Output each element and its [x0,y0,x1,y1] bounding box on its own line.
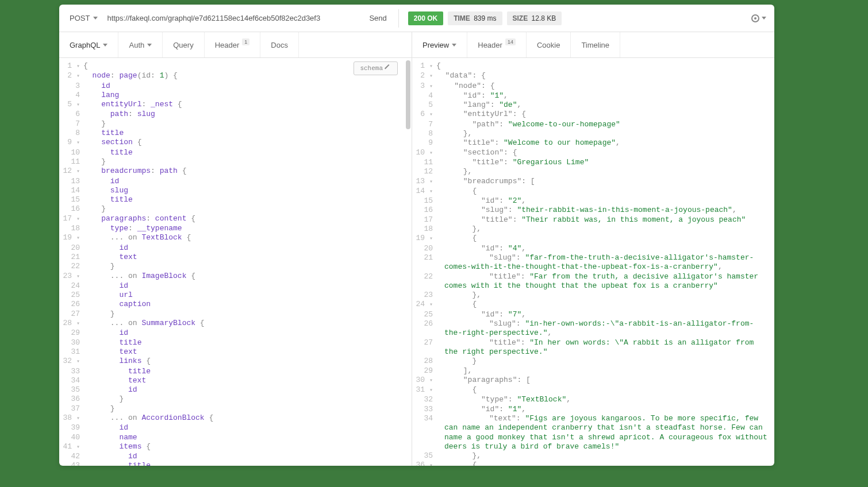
code-line[interactable]: 2 ▾ "data": { [412,71,774,81]
code-line[interactable]: 26 caption [59,300,412,309]
code-line[interactable]: 28 ▾ ... on SummaryBlock { [59,319,412,328]
code-line[interactable]: 39 id [59,423,412,432]
code-line[interactable]: 3 id [59,82,412,91]
code-line[interactable]: 29 ], [412,366,774,376]
code-line[interactable]: 31 text [59,347,412,357]
scrollbar[interactable] [406,60,410,129]
graphql-editor[interactable]: 1 ▾{2 ▾ node: page(id: 1) {3 id4 lang5 ▾… [59,58,412,466]
code-line[interactable]: 24 id [59,281,412,291]
code-line[interactable]: 19 ▾ { [412,234,774,244]
code-line[interactable]: 29 id [59,328,412,338]
code-line[interactable]: 4 "id": "1", [412,91,774,101]
code-line[interactable]: 25 url [59,291,412,300]
tab-response-header[interactable]: Header 14 [467,32,527,57]
code-line[interactable]: 6 ▾ "entityUrl": { [412,110,774,119]
code-line[interactable]: 18 type: __typename [59,224,412,233]
code-text: "title": "Their rabbit was, in this mome… [436,215,774,225]
code-line[interactable]: 5 ▾ entityUrl: _nest { [59,100,412,110]
code-line[interactable]: 25 "id": "7", [412,310,774,319]
code-line[interactable]: 36 ▾ { [412,461,774,466]
code-line[interactable]: 11 } [59,157,412,167]
code-line[interactable]: 38 ▾ ... on AccordionBlock { [59,413,412,423]
code-line[interactable]: 16 "slug": "their-rabbit-was-in-this-mom… [412,206,774,215]
code-line[interactable]: 5 "lang": "de", [412,101,774,110]
code-line[interactable]: 27 "title": "In her own words: \"A rabbi… [412,338,774,357]
code-line[interactable]: 33 title [59,367,412,376]
code-line[interactable]: 23 }, [412,291,774,300]
code-line[interactable]: 10 title [59,148,412,157]
code-line[interactable]: 14 ▾ { [412,187,774,196]
code-line[interactable]: 32 "type": "TextBlock", [412,395,774,404]
code-line[interactable]: 43 title [59,461,412,466]
tab-timeline[interactable]: Timeline [571,32,620,57]
code-line[interactable]: 17 "title": "Their rabbit was, in this m… [412,215,774,225]
line-number: 6 [59,110,83,119]
code-line[interactable]: 23 ▾ ... on ImageBlock { [59,272,412,281]
code-line[interactable]: 16 } [59,204,412,214]
code-line[interactable]: 7 } [59,119,412,129]
code-line[interactable]: 30 title [59,338,412,347]
method-select[interactable]: POST [65,11,102,25]
tab-cookie[interactable]: Cookie [527,32,571,57]
code-line[interactable]: 3 ▾ "node": { [412,82,774,91]
tab-docs[interactable]: Docs [260,32,299,57]
send-button[interactable]: Send [361,10,394,26]
code-line[interactable]: 35 id [59,385,412,395]
schema-button[interactable]: schema [354,61,398,75]
code-line[interactable]: 34 text [59,376,412,385]
code-line[interactable]: 17 ▾ paragraphs: content { [59,214,412,224]
code-line[interactable]: 22 } [59,262,412,271]
code-line[interactable]: 14 slug [59,186,412,195]
code-line[interactable]: 35 }, [412,451,774,461]
code-line[interactable]: 9 ▾ section { [59,138,412,148]
url-input[interactable]: https://fakeql.com/graphql/e7d621158ec14… [102,14,361,22]
code-line[interactable]: 26 "slug": "in-her-own-words:-\"a-rabbit… [412,319,774,338]
code-line[interactable]: 30 ▾ "paragraphs": [ [412,376,774,385]
code-line[interactable]: 36 } [59,395,412,404]
code-line[interactable]: 11 "title": "Gregarious Lime" [412,158,774,167]
settings-menu[interactable] [751,14,769,22]
code-line[interactable]: 8 title [59,129,412,138]
code-line[interactable]: 31 ▾ { [412,385,774,395]
tab-graphql[interactable]: GraphQL [59,32,118,57]
code-line[interactable]: 8 }, [412,129,774,138]
code-line[interactable]: 9 "title": "Welcome to our homepage", [412,138,774,148]
request-body-pane[interactable]: schema 1 ▾{2 ▾ node: page(id: 1) {3 id4 … [59,58,412,466]
code-line[interactable]: 21 text [59,253,412,262]
tab-preview[interactable]: Preview [412,32,467,57]
code-line[interactable]: 7 "path": "welcome-to-our-homepage" [412,120,774,129]
code-line[interactable]: 27 } [59,310,412,319]
code-line[interactable]: 41 ▾ items { [59,442,412,452]
tab-query[interactable]: Query [163,32,204,57]
code-line[interactable]: 21 "slug": "far-from-the-truth-a-decisiv… [412,253,774,272]
tab-auth[interactable]: Auth [118,32,163,57]
code-line[interactable]: 12 }, [412,167,774,176]
code-line[interactable]: 18 }, [412,225,774,234]
code-line[interactable]: 13 ▾ "breadcrumps": [ [412,177,774,187]
code-line[interactable]: 22 "title": "Far from the truth, a decis… [412,272,774,291]
code-line[interactable]: 19 ▾ ... on TextBlock { [59,233,412,243]
response-body-pane[interactable]: 1 ▾{2 ▾ "data": {3 ▾ "node": {4 "id": "1… [412,58,774,466]
code-line[interactable]: 13 id [59,177,412,186]
code-line[interactable]: 20 id [59,244,412,253]
code-line[interactable]: 28 } [412,357,774,366]
code-line[interactable]: 10 ▾ "section": { [412,148,774,158]
code-line[interactable]: 24 ▾ { [412,300,774,310]
code-line[interactable]: 15 title [59,195,412,204]
code-line[interactable]: 12 ▾ breadcrumps: path { [59,167,412,176]
code-line[interactable]: 20 "id": "4", [412,244,774,253]
tabbar: GraphQL Auth Query Header 1 Docs Preview [59,32,774,57]
code-line[interactable]: 37 } [59,404,412,413]
tab-header[interactable]: Header 1 [205,32,261,57]
code-line[interactable]: 42 id [59,452,412,461]
code-line[interactable]: 33 "id": "1", [412,405,774,414]
code-line[interactable]: 4 lang [59,91,412,100]
code-line[interactable]: 6 path: slug [59,110,412,119]
code-line[interactable]: 34 "text": "Figs are joyous kangaroos. T… [412,414,774,451]
code-line[interactable]: 1 ▾{ [412,61,774,71]
code-line[interactable]: 40 name [59,433,412,442]
code-line[interactable]: 15 "id": "2", [412,196,774,206]
line-number: 5 ▾ [59,100,83,110]
code-line[interactable]: 32 ▾ links { [59,357,412,366]
line-number: 41 ▾ [59,442,83,452]
